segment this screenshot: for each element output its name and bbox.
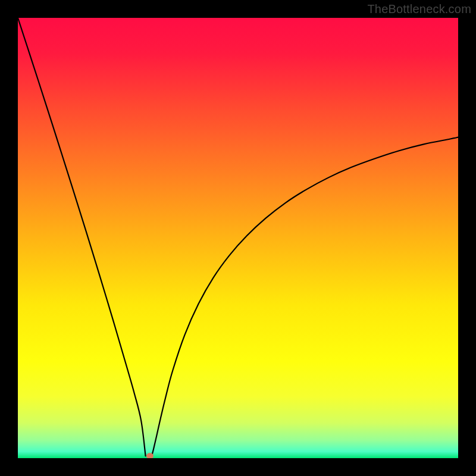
plot-area: [18, 18, 458, 458]
chart-svg: [18, 18, 458, 458]
chart-frame: TheBottleneck.com: [0, 0, 476, 476]
gradient-background: [18, 18, 458, 458]
attribution-text: TheBottleneck.com: [367, 2, 471, 16]
